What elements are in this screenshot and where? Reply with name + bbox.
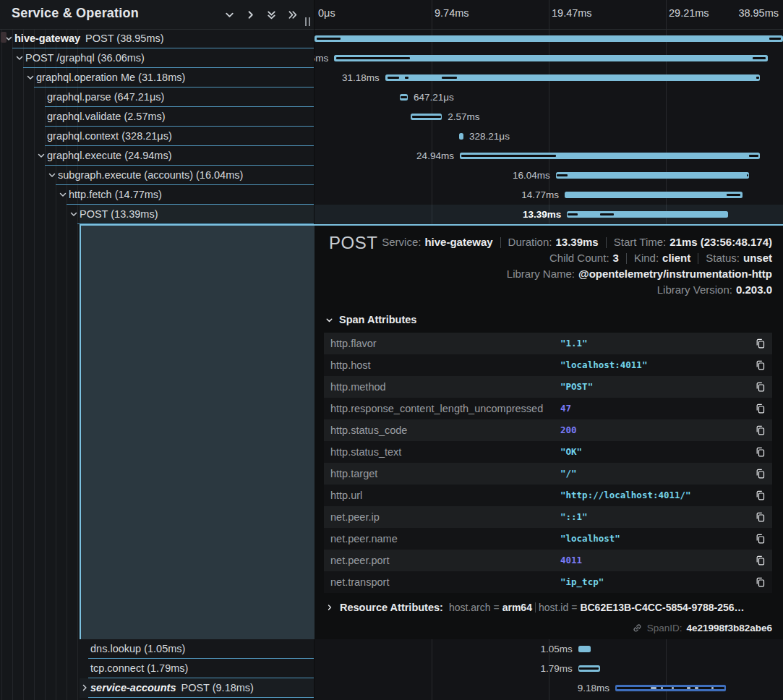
timeline-row[interactable]: 36.06ms — [315, 48, 783, 68]
timeline-header: 0μs 9.74ms 19.47ms 29.21ms 38.95ms — [315, 0, 783, 30]
tree-row[interactable]: POST /graphql (36.06ms) — [0, 48, 314, 68]
timeline-row[interactable]: 31.18ms — [315, 68, 783, 88]
span-duration-label: 9.18ms — [578, 678, 609, 698]
span-bar[interactable] — [385, 74, 760, 81]
attribute-key: http.status_text — [330, 441, 401, 463]
timeline-row[interactable]: 14.77ms — [315, 185, 783, 205]
span-bar[interactable] — [578, 665, 600, 672]
collapse-chevron-icon[interactable] — [69, 209, 80, 220]
collapse-chevron-icon[interactable] — [25, 72, 36, 83]
span-id-row: SpanID: 4e21998f3b82abe6 — [632, 623, 772, 633]
span-bar[interactable] — [411, 114, 442, 120]
tree-row[interactable]: hive-gatewayPOST (38.95ms) — [0, 29, 314, 48]
panel-resize-grip[interactable] — [305, 17, 312, 26]
tree-row[interactable]: graphql.validate (2.57ms) — [0, 107, 314, 127]
timeline-row[interactable]: 13.39ms — [315, 205, 783, 224]
copy-button[interactable] — [755, 359, 766, 371]
collapse-chevron-icon[interactable] — [58, 189, 69, 200]
span-name-label: graphql.context (328.21μs) — [47, 127, 172, 146]
copy-button[interactable] — [755, 403, 766, 414]
collapse-chevron-icon[interactable] — [47, 170, 58, 181]
span-bar[interactable] — [615, 685, 726, 691]
copy-button[interactable] — [755, 533, 766, 545]
tree-row[interactable]: graphql.execute (24.94ms) — [0, 146, 314, 166]
timeline-row[interactable]: 2.57ms — [315, 107, 783, 127]
detail-field-value: unset — [743, 252, 772, 264]
copy-button[interactable] — [755, 490, 766, 501]
scrollbar-thumb[interactable] — [1, 32, 7, 43]
tree-row[interactable]: graphql.parse (647.21μs) — [0, 88, 314, 107]
timeline-row[interactable]: 1.05ms — [315, 639, 783, 659]
copy-button[interactable] — [755, 468, 766, 479]
timeline-row[interactable]: 16.04ms — [315, 166, 783, 185]
timeline-row[interactable]: 24.94ms — [315, 146, 783, 166]
copy-button[interactable] — [755, 511, 766, 523]
copy-icon — [755, 576, 766, 588]
collapsed-children-marker — [661, 687, 663, 689]
copy-button[interactable] — [755, 338, 766, 349]
attribute-row: http.flavor"1.1" — [324, 333, 772, 354]
child-span-marker — [753, 57, 766, 59]
detail-field: Library Name:@opentelemetry/instrumentat… — [507, 268, 772, 281]
timeline-row[interactable]: 328.21μs — [315, 127, 783, 146]
collapse-all-icon[interactable] — [286, 9, 299, 21]
copy-button[interactable] — [755, 424, 766, 436]
attribute-value: "::1" — [560, 506, 588, 528]
expand-one-level-icon[interactable] — [244, 9, 257, 21]
timeline-tick: 9.74ms — [435, 7, 469, 19]
span-bar[interactable] — [578, 646, 591, 652]
span-name-label: POST /graphql (36.06ms) — [25, 48, 145, 68]
span-operation-label: subgraph.execute (accounts) (16.04ms) — [58, 169, 243, 181]
resource-attributes-row[interactable]: Resource Attributes: host.arch=arm64host… — [325, 602, 745, 613]
collapse-chevron-icon[interactable] — [14, 53, 25, 64]
collapse-one-level-icon[interactable] — [223, 9, 236, 21]
tree-row[interactable]: http.fetch (14.77ms) — [0, 185, 314, 205]
attribute-row: http.url"http://localhost:4011/" — [324, 485, 772, 506]
span-bar[interactable] — [334, 55, 768, 61]
span-bar[interactable] — [459, 133, 463, 140]
attribute-row: http.status_code200 — [324, 419, 772, 441]
span-duration-label: 1.79ms — [541, 659, 573, 678]
span-duration-label: 328.21μs — [469, 127, 510, 146]
span-bar[interactable] — [460, 153, 760, 159]
attribute-value: "OK" — [560, 441, 582, 463]
span-operation-label: POST /graphql (36.06ms) — [25, 52, 145, 64]
timeline-row[interactable] — [315, 29, 783, 48]
span-duration-label: 16.04ms — [513, 166, 550, 185]
tree-row[interactable]: graphql.operation Me (31.18ms) — [0, 68, 314, 88]
span-bar[interactable] — [556, 172, 749, 179]
copy-button[interactable] — [755, 555, 766, 566]
detail-field-value: 3 — [613, 252, 619, 264]
span-bar[interactable] — [400, 94, 408, 101]
tree-row[interactable]: graphql.context (328.21μs) — [0, 127, 314, 146]
timeline-row[interactable]: 9.18ms — [315, 678, 783, 698]
span-duration-label: 31.18ms — [342, 68, 380, 88]
collapse-chevron-icon[interactable] — [36, 150, 47, 161]
copy-icon — [755, 468, 766, 479]
timeline-row[interactable]: 1.79ms — [315, 659, 783, 678]
child-span-marker — [557, 174, 568, 176]
tree-row[interactable]: POST (13.39ms) — [0, 205, 314, 224]
tree-row[interactable]: service-accountsPOST (9.18ms) — [0, 678, 314, 698]
timeline-row[interactable]: 647.21μs — [315, 88, 783, 107]
span-bar[interactable] — [565, 192, 743, 198]
detail-field-value: hive-gateway — [424, 236, 492, 248]
tree-row[interactable]: dns.lookup (1.05ms) — [0, 639, 314, 659]
attribute-key: http.flavor — [330, 333, 377, 354]
span-attributes-section-header[interactable]: Span Attributes — [325, 314, 416, 325]
expand-all-icon[interactable] — [265, 9, 278, 21]
span-bar[interactable] — [315, 35, 783, 42]
link-icon[interactable] — [632, 623, 643, 633]
copy-button[interactable] — [755, 576, 766, 588]
span-bar[interactable] — [567, 211, 728, 218]
tree-row[interactable]: tcp.connect (1.79ms) — [0, 659, 314, 678]
copy-icon — [755, 403, 766, 414]
span-service-label: service-accounts — [90, 682, 176, 693]
expand-chevron-icon[interactable] — [80, 683, 90, 693]
copy-button[interactable] — [755, 381, 766, 393]
span-operation-label: graphql.context (328.21μs) — [47, 130, 172, 142]
tree-row[interactable]: subgraph.execute (accounts) (16.04ms) — [0, 166, 314, 185]
child-span-marker — [749, 155, 758, 157]
copy-button[interactable] — [755, 446, 766, 458]
child-span-marker — [336, 57, 410, 59]
